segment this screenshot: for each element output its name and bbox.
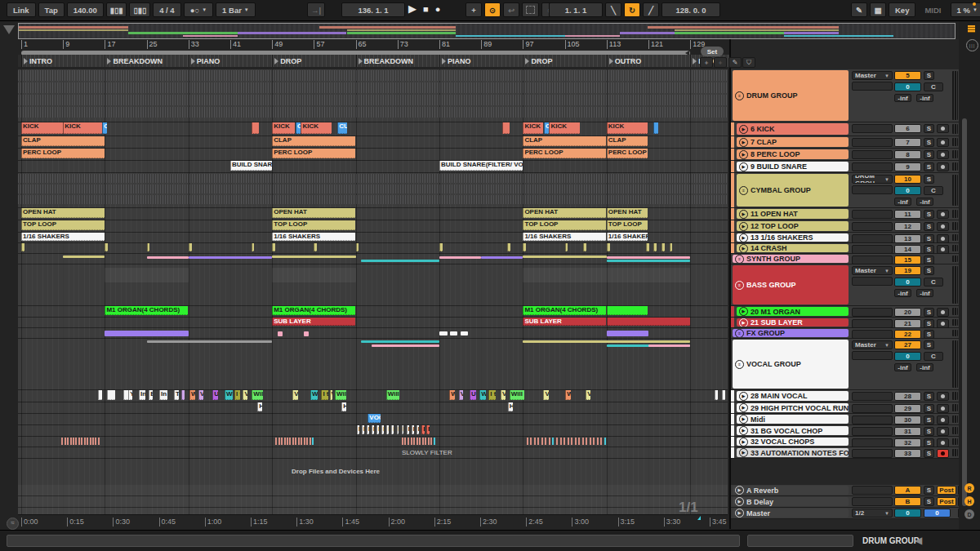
track-number[interactable]: 33: [894, 449, 921, 458]
track-name[interactable]: ▶7 CLAP: [737, 137, 849, 147]
volume-value-2[interactable]: -inf: [916, 289, 933, 297]
tap-tempo-button[interactable]: Tap: [38, 2, 65, 17]
arm-button[interactable]: [937, 308, 949, 317]
track-play-icon[interactable]: ▶: [735, 486, 744, 495]
track-lane-28-main-vocal[interactable]: YInBuIn tTWVUWhI thVWillVWhI trVWillWill…: [18, 390, 728, 402]
arm-button[interactable]: [937, 392, 949, 401]
mixer-toggle-button[interactable]: H: [964, 496, 974, 506]
clip[interactable]: T: [174, 390, 179, 400]
arm-button[interactable]: [937, 438, 949, 447]
locator-lane[interactable]: INTROBREAKDOWNPIANODROPBREAKDOWNPIANODRO…: [18, 55, 728, 67]
track-header-cymbal-group[interactable]: ≡CYMBAL GROUPDRUM GROU▼10S0C-inf-inf: [731, 173, 960, 208]
locator-breakdown[interactable]: BREAKDOWN: [356, 55, 440, 67]
clip[interactable]: [272, 243, 275, 251]
clip[interactable]: E: [421, 425, 425, 434]
track-number[interactable]: 31: [894, 427, 921, 436]
track-name[interactable]: ≡VOCAL GROUP: [733, 340, 849, 389]
track-name[interactable]: ▶33 AUTOMATION NOTES FOR ABO: [737, 448, 849, 457]
clip[interactable]: OPEN HAT: [21, 208, 105, 218]
volume-value-2[interactable]: -inf: [916, 363, 933, 371]
clip[interactable]: TOP LOOP: [21, 220, 105, 230]
clip[interactable]: [653, 243, 657, 251]
arm-button[interactable]: [937, 150, 949, 159]
track-lane-33-automation-notes-for-abo[interactable]: SLOWLY FILTER: [18, 447, 728, 459]
draw-automation-icon[interactable]: ✎: [728, 57, 742, 68]
beat-time-ruler[interactable]: 191725334149576573818997105113121129: [18, 39, 728, 51]
track-play-icon[interactable]: ▶: [739, 162, 748, 171]
solo-button[interactable]: S: [924, 308, 934, 317]
clip[interactable]: CLAP: [272, 136, 355, 146]
delete-locator-icon[interactable]: ＋: [714, 57, 727, 68]
clip[interactable]: E: [376, 425, 379, 434]
track-name[interactable]: ▶21 SUB LAYER: [737, 318, 849, 327]
clip[interactable]: VOC: [368, 414, 381, 423]
arm-button[interactable]: [937, 427, 949, 436]
clip[interactable]: [662, 243, 665, 251]
solo-button[interactable]: S: [924, 340, 934, 349]
track-name[interactable]: ≡SYNTH GROUP: [733, 255, 849, 263]
clip[interactable]: BUILD SNARE: [230, 161, 272, 171]
track-name[interactable]: ▶6 KICK: [737, 123, 849, 135]
group-fold-icon[interactable]: ≡: [735, 360, 744, 369]
clip[interactable]: [181, 390, 185, 400]
nudge-down-icon[interactable]: ▮▯▮: [106, 2, 127, 17]
loop-length-field[interactable]: 128. 0. 0: [662, 2, 720, 17]
track-lane-vocal-group[interactable]: [18, 339, 728, 390]
track-header-8-perc-loop[interactable]: ▶8 PERC LOOP8S: [731, 149, 960, 161]
clip[interactable]: W: [565, 390, 571, 400]
midi-map-button[interactable]: MIDI: [918, 2, 947, 17]
cue-out-menu[interactable]: 1/2▼: [852, 509, 893, 518]
clip[interactable]: OPEN HAT: [607, 208, 648, 218]
clip[interactable]: [507, 243, 510, 251]
clip[interactable]: E: [367, 425, 369, 434]
clip[interactable]: E: [372, 425, 374, 434]
track-header-bass-group[interactable]: ≡BASS GROUPMaster▼19S0C-inf-inf: [731, 264, 960, 306]
output-routing-menu[interactable]: DRUM GROU▼: [852, 175, 893, 184]
clip[interactable]: U: [212, 390, 218, 400]
solo-button[interactable]: S: [924, 392, 934, 401]
track-header-29-high-pitch-vocal-run[interactable]: ▶29 HIGH PITCH VOCAL RUN29S: [731, 402, 960, 414]
track-header-32-vocal-chops[interactable]: ▶32 VOCAL CHOPS32S: [731, 437, 960, 447]
clip[interactable]: V: [459, 390, 464, 400]
pan-value[interactable]: 0: [894, 186, 921, 195]
solo-button[interactable]: S: [924, 497, 934, 506]
clip[interactable]: KICK: [63, 122, 101, 134]
track-play-icon[interactable]: ▶: [739, 448, 748, 457]
track-play-icon[interactable]: ▶: [739, 403, 748, 412]
clip[interactable]: Wh: [479, 390, 486, 400]
track-play-icon[interactable]: ▶: [739, 244, 748, 252]
post-toggle[interactable]: Post: [937, 486, 956, 495]
track-play-icon[interactable]: ▶: [739, 125, 748, 134]
clip[interactable]: KICK: [607, 122, 648, 134]
volume-value[interactable]: -inf: [894, 289, 911, 297]
track-header-11-open-hat[interactable]: ▶11 OPEN HAT11S: [731, 208, 960, 220]
track-play-icon[interactable]: ▶: [739, 318, 748, 327]
menu-icon[interactable]: [966, 24, 977, 34]
clip[interactable]: E: [402, 425, 404, 434]
clip[interactable]: C: [102, 122, 107, 134]
clip[interactable]: V: [292, 390, 297, 400]
locator-drop[interactable]: DROP: [523, 55, 607, 67]
output-routing-menu[interactable]: Master▼: [852, 340, 893, 349]
clip[interactable]: Wh: [310, 390, 318, 400]
clip[interactable]: M1 ORGAN(4 CHORDS): [272, 306, 355, 315]
add-locator-icon[interactable]: ＋: [700, 57, 713, 68]
track-number[interactable]: 14: [894, 245, 921, 254]
track-lane-9-build-snare[interactable]: BUILD SNAREBUILD SNARE(FILTER/ VOL: [18, 161, 728, 173]
clip[interactable]: E: [362, 425, 364, 434]
master-track-name[interactable]: ▶Master: [733, 509, 849, 518]
track-number[interactable]: 19: [894, 266, 921, 275]
track-lane-7-clap[interactable]: CLAPCLAPCLAPCLAP: [18, 136, 728, 149]
track-number[interactable]: 30: [894, 415, 921, 424]
clip[interactable]: I tr: [321, 390, 328, 400]
punch-in-button[interactable]: ╲: [605, 2, 621, 17]
stop-button[interactable]: ■: [423, 4, 429, 14]
automation-arm-button[interactable]: ⊙: [484, 2, 501, 17]
clip[interactable]: W: [449, 390, 455, 400]
track-lane-drum-group[interactable]: [18, 69, 728, 122]
track-name[interactable]: ▶13 1/16 SHAKERS: [737, 233, 849, 242]
mixer-section-icon[interactable]: |||: [966, 39, 978, 51]
zoom-back-button[interactable]: ≈: [7, 518, 19, 530]
track-number[interactable]: 15: [894, 256, 921, 264]
clip[interactable]: Will: [510, 390, 525, 400]
